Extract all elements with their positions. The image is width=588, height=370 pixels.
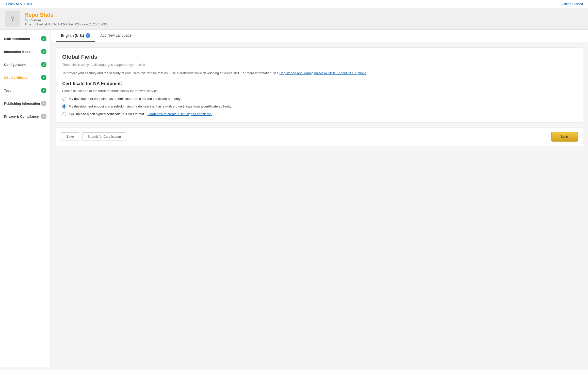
sidebar: Skill Information✔Interaction Model✔Conf… xyxy=(0,30,51,367)
back-to-skills-link[interactable]: < Back to All Skills xyxy=(5,2,32,6)
skill-icon: ? xyxy=(5,11,20,26)
sidebar-status-icon: ✔ xyxy=(41,114,46,119)
global-fields-card: Global Fields These fields apply to all … xyxy=(56,47,583,122)
cert-radio-2[interactable] xyxy=(62,104,66,109)
sidebar-item-label: SSL Certificate xyxy=(4,76,27,80)
global-fields-subtitle: These fields apply to all languages supp… xyxy=(62,63,577,67)
global-fields-description: To protect your security and the securit… xyxy=(62,71,577,76)
sidebar-item-publishing-information[interactable]: Publishing Information✔ xyxy=(0,97,51,110)
sidebar-status-icon: ✔ xyxy=(41,75,46,80)
sidebar-item-skill-information[interactable]: Skill Information✔ xyxy=(0,32,51,45)
skill-type: 🔧 Custom xyxy=(24,18,108,22)
certificate-options: My development endpoint has a certificat… xyxy=(62,97,577,116)
tab-english-us[interactable]: English (U.S.) ✔ xyxy=(56,30,95,42)
cert-option-3[interactable]: I will upload a self-signed certificate … xyxy=(62,112,577,116)
skill-name: Repo Stats xyxy=(24,12,108,18)
self-signed-link[interactable]: Learn how to create a self signed certif… xyxy=(148,112,212,116)
sidebar-item-label: Configuration xyxy=(4,63,26,67)
skill-id: ID: amzn1.ask.skill.87b59c12-539a-4928-8… xyxy=(24,23,108,26)
language-tabs: English (U.S.) ✔ Add New Language xyxy=(51,30,588,42)
global-fields-title: Global Fields xyxy=(62,54,577,60)
sidebar-item-interaction-model[interactable]: Interaction Model✔ xyxy=(0,45,51,58)
next-button[interactable]: Next xyxy=(551,132,578,142)
skill-info: Repo Stats 🔧 Custom ID: amzn1.ask.skill.… xyxy=(24,12,108,26)
sidebar-status-icon: ✔ xyxy=(41,36,46,41)
cert-option-1-label: My development endpoint has a certificat… xyxy=(69,97,181,101)
cert-option-2[interactable]: My development endpoint is a sub-domain … xyxy=(62,104,577,109)
sidebar-item-test[interactable]: Test✔ xyxy=(0,84,51,97)
certificate-title: Certificate for NA Endpoint: xyxy=(62,81,577,86)
submit-certification-button[interactable]: Submit for Certification xyxy=(82,132,126,141)
sidebar-item-privacy-compliance[interactable]: Privacy & Compliance✔ xyxy=(0,110,51,123)
sidebar-item-label: Publishing Information xyxy=(4,102,40,105)
header: ? Repo Stats 🔧 Custom ID: amzn1.ask.skil… xyxy=(0,8,588,30)
sidebar-item-label: Skill Information xyxy=(4,37,30,41)
sidebar-status-icon: ✔ xyxy=(41,101,46,106)
cert-radio-3[interactable] xyxy=(62,112,66,116)
sidebar-item-ssl-certificate[interactable]: SSL Certificate✔ xyxy=(0,71,51,84)
top-nav: < Back to All Skills Getting Started xyxy=(0,0,588,8)
tab-add-new-language[interactable]: Add New Language xyxy=(95,30,137,42)
sidebar-item-configuration[interactable]: Configuration✔ xyxy=(0,58,51,71)
cert-radio-1[interactable] xyxy=(62,97,66,101)
tab-english-us-label: English (U.S.) xyxy=(61,34,84,38)
cert-option-2-label: My development endpoint is a sub-domain … xyxy=(69,104,231,108)
sidebar-status-icon: ✔ xyxy=(41,88,46,93)
certificate-instruction: Please select one of the three methods b… xyxy=(62,89,577,93)
footer-buttons: Save Submit for Certification Next xyxy=(56,128,583,146)
save-button[interactable]: Save xyxy=(61,132,79,141)
wrench-icon: 🔧 xyxy=(24,18,28,22)
main-layout: Skill Information✔Interaction Model✔Conf… xyxy=(0,30,588,367)
sidebar-item-label: Privacy & Compliance xyxy=(4,115,39,118)
sidebar-item-label: Interaction Model xyxy=(4,50,31,54)
sidebar-item-label: Test xyxy=(4,89,11,92)
tab-add-new-language-label: Add New Language xyxy=(100,33,132,37)
cert-option-1[interactable]: My development endpoint has a certificat… xyxy=(62,97,577,101)
sidebar-status-icon: ✔ xyxy=(41,62,46,67)
getting-started-link[interactable]: Getting Started xyxy=(561,2,583,6)
sidebar-status-icon: ✔ xyxy=(41,49,46,54)
ssl-options-link[interactable]: Registering and Managing Alexa Skills - … xyxy=(280,71,366,75)
content-area: English (U.S.) ✔ Add New Language Global… xyxy=(51,30,588,367)
tab-english-us-verified: ✔ xyxy=(86,33,90,38)
cert-option-3-label: I will upload a self-signed certificate … xyxy=(69,112,145,116)
